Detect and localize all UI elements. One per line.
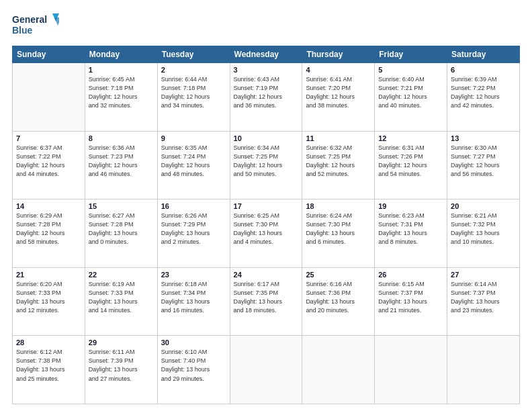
day-header-tuesday: Tuesday [157, 46, 230, 63]
svg-text:Blue: Blue [12, 25, 33, 36]
calendar-week-row: 1Sunrise: 6:45 AMSunset: 7:18 PMDaylight… [13, 63, 520, 132]
day-number: 2 [161, 66, 226, 74]
calendar-cell [302, 336, 375, 404]
calendar-cell: 7Sunrise: 6:37 AMSunset: 7:22 PMDaylight… [13, 131, 85, 199]
calendar-cell: 4Sunrise: 6:41 AMSunset: 7:20 PMDaylight… [302, 63, 375, 132]
day-header-saturday: Saturday [447, 46, 520, 63]
calendar-cell: 11Sunrise: 6:32 AMSunset: 7:25 PMDayligh… [302, 131, 375, 199]
day-number: 9 [161, 134, 226, 142]
day-number: 28 [16, 338, 81, 347]
calendar-table: SundayMondayTuesdayWednesdayThursdayFrid… [12, 46, 520, 404]
calendar-cell: 15Sunrise: 6:27 AMSunset: 7:28 PMDayligh… [85, 199, 157, 268]
day-info: Sunrise: 6:40 AMSunset: 7:21 PMDaylight:… [378, 75, 443, 110]
day-info: Sunrise: 6:20 AMSunset: 7:33 PMDaylight:… [16, 280, 81, 315]
calendar-cell [230, 336, 302, 404]
calendar-week-row: 14Sunrise: 6:29 AMSunset: 7:28 PMDayligh… [13, 199, 520, 268]
day-number: 13 [451, 134, 516, 142]
day-info: Sunrise: 6:21 AMSunset: 7:32 PMDaylight:… [451, 212, 516, 246]
calendar-week-row: 7Sunrise: 6:37 AMSunset: 7:22 PMDaylight… [13, 131, 520, 199]
day-info: Sunrise: 6:31 AMSunset: 7:26 PMDaylight:… [378, 144, 443, 179]
day-number: 24 [234, 271, 299, 279]
calendar-cell: 8Sunrise: 6:36 AMSunset: 7:23 PMDaylight… [85, 131, 157, 199]
day-number: 19 [378, 202, 443, 210]
calendar-cell [375, 336, 447, 404]
day-info: Sunrise: 6:44 AMSunset: 7:18 PMDaylight:… [161, 75, 226, 110]
page-header: General Blue [12, 12, 520, 39]
calendar-cell: 14Sunrise: 6:29 AMSunset: 7:28 PMDayligh… [13, 199, 85, 268]
day-number: 11 [306, 134, 371, 142]
day-info: Sunrise: 6:32 AMSunset: 7:25 PMDaylight:… [306, 144, 371, 179]
day-header-thursday: Thursday [302, 46, 375, 63]
day-header-sunday: Sunday [13, 46, 85, 63]
calendar-cell [447, 336, 520, 404]
day-number: 27 [451, 271, 516, 279]
day-number: 7 [16, 134, 81, 142]
calendar-cell: 29Sunrise: 6:11 AMSunset: 7:39 PMDayligh… [85, 336, 157, 404]
day-info: Sunrise: 6:36 AMSunset: 7:23 PMDaylight:… [89, 144, 154, 179]
logo-svg: General Blue [12, 12, 59, 39]
day-number: 3 [234, 66, 299, 74]
calendar-cell: 9Sunrise: 6:35 AMSunset: 7:24 PMDaylight… [157, 131, 230, 199]
day-info: Sunrise: 6:19 AMSunset: 7:33 PMDaylight:… [89, 280, 154, 315]
calendar-cell: 5Sunrise: 6:40 AMSunset: 7:21 PMDaylight… [375, 63, 447, 132]
logo: General Blue [12, 12, 59, 39]
calendar-cell: 28Sunrise: 6:12 AMSunset: 7:38 PMDayligh… [13, 336, 85, 404]
calendar-cell: 19Sunrise: 6:23 AMSunset: 7:31 PMDayligh… [375, 199, 447, 268]
day-number: 14 [16, 202, 81, 210]
calendar-cell: 13Sunrise: 6:30 AMSunset: 7:27 PMDayligh… [447, 131, 520, 199]
day-info: Sunrise: 6:30 AMSunset: 7:27 PMDaylight:… [451, 144, 516, 179]
day-number: 26 [378, 271, 443, 279]
calendar-cell: 18Sunrise: 6:24 AMSunset: 7:30 PMDayligh… [302, 199, 375, 268]
day-number: 30 [161, 338, 226, 347]
day-info: Sunrise: 6:12 AMSunset: 7:38 PMDaylight:… [16, 348, 81, 383]
day-info: Sunrise: 6:23 AMSunset: 7:31 PMDaylight:… [378, 212, 443, 246]
day-number: 6 [451, 66, 516, 74]
day-number: 8 [89, 134, 154, 142]
day-info: Sunrise: 6:27 AMSunset: 7:28 PMDaylight:… [89, 212, 154, 246]
calendar-cell: 26Sunrise: 6:15 AMSunset: 7:37 PMDayligh… [375, 267, 447, 336]
day-info: Sunrise: 6:43 AMSunset: 7:19 PMDaylight:… [234, 75, 299, 110]
day-info: Sunrise: 6:25 AMSunset: 7:30 PMDaylight:… [234, 212, 299, 246]
day-header-wednesday: Wednesday [230, 46, 302, 63]
calendar-cell: 21Sunrise: 6:20 AMSunset: 7:33 PMDayligh… [13, 267, 85, 336]
calendar-cell: 27Sunrise: 6:14 AMSunset: 7:37 PMDayligh… [447, 267, 520, 336]
svg-marker-3 [54, 17, 59, 26]
day-number: 20 [451, 202, 516, 210]
day-info: Sunrise: 6:18 AMSunset: 7:34 PMDaylight:… [161, 280, 226, 315]
day-number: 18 [306, 202, 371, 210]
calendar-cell: 23Sunrise: 6:18 AMSunset: 7:34 PMDayligh… [157, 267, 230, 336]
calendar-cell: 1Sunrise: 6:45 AMSunset: 7:18 PMDaylight… [85, 63, 157, 132]
day-info: Sunrise: 6:34 AMSunset: 7:25 PMDaylight:… [234, 144, 299, 179]
day-info: Sunrise: 6:11 AMSunset: 7:39 PMDaylight:… [89, 348, 154, 383]
day-number: 16 [161, 202, 226, 210]
day-number: 10 [234, 134, 299, 142]
day-info: Sunrise: 6:39 AMSunset: 7:22 PMDaylight:… [451, 75, 516, 110]
day-header-friday: Friday [375, 46, 447, 63]
day-number: 12 [378, 134, 443, 142]
day-info: Sunrise: 6:10 AMSunset: 7:40 PMDaylight:… [161, 348, 226, 383]
calendar-cell: 22Sunrise: 6:19 AMSunset: 7:33 PMDayligh… [85, 267, 157, 336]
day-number: 15 [89, 202, 154, 210]
calendar-cell: 2Sunrise: 6:44 AMSunset: 7:18 PMDaylight… [157, 63, 230, 132]
calendar-cell: 3Sunrise: 6:43 AMSunset: 7:19 PMDaylight… [230, 63, 302, 132]
calendar-cell: 25Sunrise: 6:16 AMSunset: 7:36 PMDayligh… [302, 267, 375, 336]
calendar-cell: 12Sunrise: 6:31 AMSunset: 7:26 PMDayligh… [375, 131, 447, 199]
calendar-cell: 24Sunrise: 6:17 AMSunset: 7:35 PMDayligh… [230, 267, 302, 336]
day-number: 4 [306, 66, 371, 74]
calendar-cell: 17Sunrise: 6:25 AMSunset: 7:30 PMDayligh… [230, 199, 302, 268]
calendar-week-row: 21Sunrise: 6:20 AMSunset: 7:33 PMDayligh… [13, 267, 520, 336]
day-number: 29 [89, 338, 154, 347]
day-number: 1 [89, 66, 154, 74]
day-number: 22 [89, 271, 154, 279]
day-info: Sunrise: 6:29 AMSunset: 7:28 PMDaylight:… [16, 212, 81, 246]
calendar-cell: 6Sunrise: 6:39 AMSunset: 7:22 PMDaylight… [447, 63, 520, 132]
calendar-week-row: 28Sunrise: 6:12 AMSunset: 7:38 PMDayligh… [13, 336, 520, 404]
day-number: 23 [161, 271, 226, 279]
svg-text:General: General [12, 14, 47, 25]
day-info: Sunrise: 6:15 AMSunset: 7:37 PMDaylight:… [378, 280, 443, 315]
day-info: Sunrise: 6:16 AMSunset: 7:36 PMDaylight:… [306, 280, 371, 315]
day-info: Sunrise: 6:14 AMSunset: 7:37 PMDaylight:… [451, 280, 516, 315]
calendar-cell: 30Sunrise: 6:10 AMSunset: 7:40 PMDayligh… [157, 336, 230, 404]
calendar-cell: 16Sunrise: 6:26 AMSunset: 7:29 PMDayligh… [157, 199, 230, 268]
day-info: Sunrise: 6:17 AMSunset: 7:35 PMDaylight:… [234, 280, 299, 315]
